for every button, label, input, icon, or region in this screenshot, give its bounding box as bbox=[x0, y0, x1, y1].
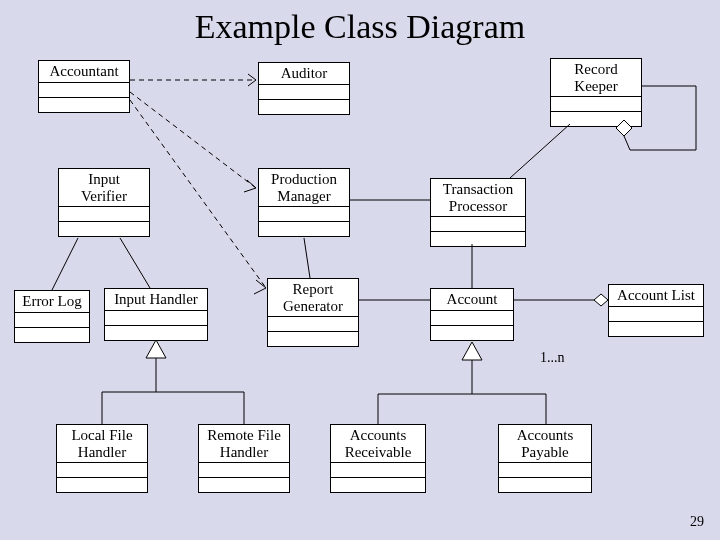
svg-line-5 bbox=[52, 238, 78, 290]
class-label: Transaction Processor bbox=[431, 179, 525, 216]
page-number: 29 bbox=[690, 514, 704, 530]
class-account-list: Account List bbox=[608, 284, 704, 337]
class-input-handler: Input Handler bbox=[104, 288, 208, 341]
class-accounts-payable: Accounts Payable bbox=[498, 424, 592, 493]
class-label: Input Verifier bbox=[59, 169, 149, 206]
class-production-manager: Production Manager bbox=[258, 168, 350, 237]
multiplicity-label: 1...n bbox=[540, 350, 565, 366]
class-auditor: Auditor bbox=[258, 62, 350, 115]
class-label: Accounts Receivable bbox=[331, 425, 425, 462]
svg-line-7 bbox=[304, 238, 310, 278]
svg-line-6 bbox=[120, 238, 150, 288]
class-label: Local File Handler bbox=[57, 425, 147, 462]
class-transaction-processor: Transaction Processor bbox=[430, 178, 526, 247]
class-label: Production Manager bbox=[259, 169, 349, 206]
class-error-log: Error Log bbox=[14, 290, 90, 343]
class-label: Record Keeper bbox=[551, 59, 641, 96]
class-label: Error Log bbox=[15, 291, 89, 312]
page-title: Example Class Diagram bbox=[0, 8, 720, 46]
class-local-file-handler: Local File Handler bbox=[56, 424, 148, 493]
class-label: Remote File Handler bbox=[199, 425, 289, 462]
class-label: Input Handler bbox=[105, 289, 207, 310]
class-report-generator: Report Generator bbox=[267, 278, 359, 347]
svg-marker-19 bbox=[462, 342, 482, 360]
class-remote-file-handler: Remote File Handler bbox=[198, 424, 290, 493]
class-label: Report Generator bbox=[268, 279, 358, 316]
class-label: Account List bbox=[609, 285, 703, 306]
class-record-keeper: Record Keeper bbox=[550, 58, 642, 127]
svg-marker-13 bbox=[594, 294, 608, 306]
class-input-verifier: Input Verifier bbox=[58, 168, 150, 237]
svg-line-2 bbox=[130, 100, 266, 288]
class-accounts-receivable: Accounts Receivable bbox=[330, 424, 426, 493]
svg-line-9 bbox=[510, 124, 570, 178]
class-label: Accountant bbox=[39, 61, 129, 82]
class-accountant: Accountant bbox=[38, 60, 130, 113]
class-account: Account bbox=[430, 288, 514, 341]
svg-line-4 bbox=[624, 136, 630, 150]
diagram-stage: Example Class Diagram Accountant Auditor… bbox=[0, 0, 720, 540]
class-label: Auditor bbox=[259, 63, 349, 84]
class-label: Account bbox=[431, 289, 513, 310]
class-label: Accounts Payable bbox=[499, 425, 591, 462]
svg-marker-14 bbox=[146, 340, 166, 358]
